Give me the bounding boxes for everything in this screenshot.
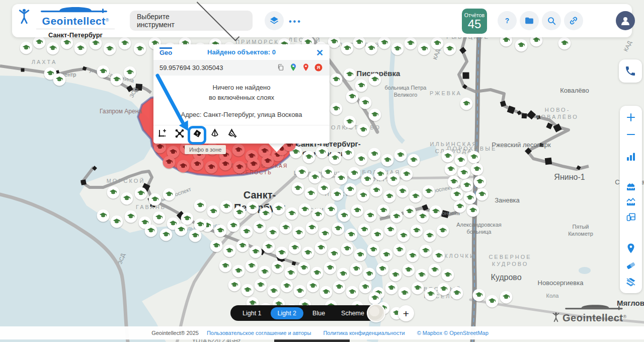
poi-marker[interactable]	[214, 225, 227, 237]
poi-marker[interactable]	[219, 260, 232, 272]
reports-badge[interactable]: Отчётов 45	[462, 9, 487, 34]
poi-marker[interactable]	[351, 204, 364, 217]
poi-marker[interactable]	[281, 280, 293, 293]
poi-marker[interactable]	[410, 190, 422, 203]
poi-marker[interactable]	[207, 206, 220, 218]
basemap-thumbnail[interactable]	[367, 304, 385, 322]
poi-marker[interactable]	[396, 185, 409, 198]
poi-marker[interactable]	[367, 244, 380, 256]
poi-marker[interactable]	[369, 109, 381, 121]
red-pin-button[interactable]	[301, 63, 311, 73]
poi-marker[interactable]	[324, 262, 337, 275]
zoom-in-button[interactable]	[623, 110, 638, 125]
poi-marker[interactable]	[307, 280, 319, 293]
poi-marker[interactable]	[111, 216, 123, 228]
poi-marker[interactable]	[355, 80, 368, 92]
layers-off-button[interactable]	[623, 275, 638, 290]
poi-marker[interactable]	[359, 281, 372, 294]
poi-marker[interactable]	[369, 74, 381, 86]
poi-marker[interactable]	[458, 167, 470, 179]
poi-marker[interactable]	[259, 266, 271, 279]
poi-marker[interactable]	[389, 269, 402, 282]
poi-marker[interactable]	[381, 154, 394, 167]
measure-area-button[interactable]	[623, 179, 638, 194]
poi-marker[interactable]	[341, 42, 354, 55]
poi-marker[interactable]	[194, 199, 207, 212]
poi-marker[interactable]	[341, 243, 354, 255]
poi-marker[interactable]	[286, 208, 298, 220]
poi-marker[interactable]	[354, 249, 367, 261]
poi-marker[interactable]	[53, 74, 66, 86]
poi-marker[interactable]	[424, 230, 436, 242]
poi-marker[interactable]	[163, 188, 176, 201]
poi-marker[interactable]	[328, 248, 341, 260]
poi-marker[interactable]	[433, 250, 445, 262]
poi-marker[interactable]	[145, 225, 157, 237]
poi-marker[interactable]	[285, 267, 297, 280]
poi-marker[interactable]	[404, 206, 416, 218]
zone-info-tool[interactable]	[190, 127, 204, 141]
poi-marker[interactable]	[431, 37, 444, 50]
eraser-button[interactable]	[623, 257, 638, 272]
poi-marker[interactable]	[451, 287, 463, 300]
add-sector-tool[interactable]	[225, 127, 239, 141]
poi-marker[interactable]	[355, 153, 368, 166]
poi-marker[interactable]	[220, 200, 233, 213]
poi-marker[interactable]	[368, 148, 381, 161]
poi-marker[interactable]	[344, 116, 356, 128]
poi-marker[interactable]	[153, 212, 166, 224]
poi-marker[interactable]	[149, 193, 162, 206]
poi-marker[interactable]	[320, 286, 333, 299]
poi-marker[interactable]	[380, 249, 393, 261]
poi-marker[interactable]	[210, 240, 223, 252]
locate-button[interactable]	[623, 241, 638, 256]
poi-marker[interactable]	[473, 289, 486, 302]
poi-marker[interactable]	[255, 279, 267, 292]
poi-marker[interactable]	[319, 228, 332, 240]
poi-marker-in-zone[interactable]	[205, 161, 218, 174]
poi-marker-in-zone[interactable]	[248, 158, 260, 171]
poi-marker[interactable]	[467, 204, 479, 217]
poi-marker[interactable]	[344, 69, 356, 81]
poi-marker[interactable]	[369, 292, 381, 305]
poi-marker[interactable]	[240, 226, 253, 238]
poi-marker[interactable]	[228, 279, 241, 292]
poi-marker[interactable]	[338, 210, 351, 222]
footer-link[interactable]: © Mapbox © OpenStreetMap	[417, 330, 489, 336]
poi-marker[interactable]	[500, 291, 513, 304]
poi-marker[interactable]	[370, 184, 383, 197]
poi-marker[interactable]	[263, 241, 275, 253]
poi-marker[interactable]	[363, 268, 376, 281]
poi-marker[interactable]	[454, 200, 466, 213]
footer-link[interactable]: Пользовательское соглашение и авторы	[207, 330, 311, 336]
poi-marker[interactable]	[405, 37, 417, 50]
poi-marker[interactable]	[345, 229, 358, 241]
poi-marker[interactable]	[298, 262, 310, 275]
tool-select-dropdown[interactable]: Выберите инструмент	[130, 11, 253, 31]
poi-marker[interactable]	[357, 189, 370, 202]
poi-marker[interactable]	[328, 36, 341, 48]
poi-marker[interactable]	[448, 176, 460, 188]
poi-marker[interactable]	[236, 240, 249, 252]
poi-marker[interactable]	[293, 227, 305, 239]
poi-marker[interactable]	[325, 203, 338, 216]
poi-marker[interactable]	[342, 147, 355, 160]
poi-marker[interactable]	[175, 224, 188, 236]
poi-marker[interactable]	[353, 36, 366, 49]
footer-link[interactable]: Политика конфиденциальности	[323, 330, 405, 336]
poi-marker[interactable]	[423, 185, 435, 198]
add-point-tool[interactable]	[155, 127, 169, 141]
poi-marker[interactable]	[384, 224, 397, 236]
poi-marker[interactable]	[160, 229, 173, 241]
call-button[interactable]	[619, 59, 642, 83]
poi-marker[interactable]	[119, 37, 131, 50]
poi-marker[interactable]	[394, 149, 407, 162]
sector-tool[interactable]	[208, 127, 222, 141]
poi-marker[interactable]	[233, 207, 246, 219]
poi-marker[interactable]	[254, 221, 266, 233]
poi-marker[interactable]	[358, 224, 371, 236]
add-basemap-button[interactable]: +	[398, 305, 414, 321]
poi-marker[interactable]	[460, 98, 473, 110]
poi-marker[interactable]	[318, 182, 331, 195]
poi-marker[interactable]	[400, 168, 413, 181]
